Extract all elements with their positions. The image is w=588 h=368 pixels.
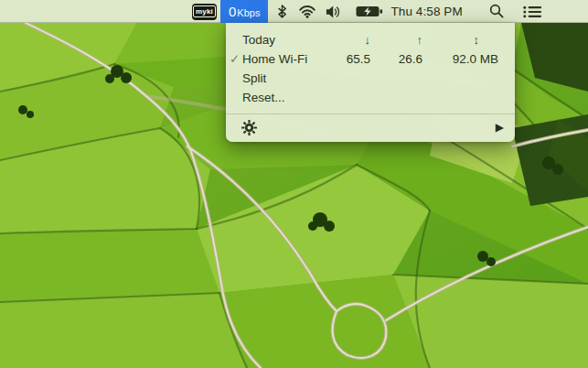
- bandwidth-dropdown-menu: Today ↓ ↑ ↕ ✓ Home Wi-Fi 65.5 26.6 92.0 …: [226, 23, 515, 142]
- battery-charging-icon[interactable]: [356, 0, 383, 23]
- upload-arrow-icon: ↑: [370, 33, 422, 47]
- total-arrow-icon: ↕: [422, 33, 498, 47]
- menu-bar: myki 0Kbps: [0, 0, 588, 23]
- spotlight-search-icon[interactable]: [489, 0, 505, 23]
- menu-bar-status-items: myki 0Kbps: [192, 0, 542, 23]
- total-value: 92.0 MB: [422, 52, 498, 66]
- download-arrow-icon: ↓: [332, 33, 370, 47]
- bandwidth-value: 0: [229, 0, 236, 23]
- menu-divider: [226, 114, 515, 114]
- period-label: Today: [242, 33, 332, 47]
- interface-name: Home Wi-Fi: [242, 52, 332, 66]
- menu-item-label: Split: [242, 71, 332, 85]
- menu-item-split[interactable]: Split: [226, 69, 515, 88]
- menu-item-label: Reset...: [242, 91, 332, 104]
- bandwidth-menu-extra[interactable]: 0Kbps: [220, 0, 268, 23]
- myki-menu-extra[interactable]: myki: [192, 4, 217, 20]
- checkmark-icon: ✓: [230, 49, 240, 69]
- expand-arrow-button[interactable]: ▶: [496, 122, 504, 133]
- download-value: 65.5: [332, 52, 370, 66]
- myki-logo: myki: [193, 5, 216, 17]
- dropdown-footer: ▶: [226, 115, 515, 139]
- notification-center-icon[interactable]: [523, 0, 542, 23]
- upload-value: 26.6: [370, 52, 422, 66]
- bandwidth-unit: Kbps: [237, 7, 260, 18]
- gear-icon[interactable]: [241, 120, 257, 135]
- stats-header-row[interactable]: Today ↓ ↑ ↕: [226, 30, 515, 49]
- menu-bar-clock[interactable]: Thu 4:58 PM: [390, 5, 462, 18]
- menu-item-home-wifi[interactable]: ✓ Home Wi-Fi 65.5 26.6 92.0 MB: [226, 49, 515, 69]
- desktop: myki 0Kbps: [0, 0, 588, 368]
- bluetooth-icon[interactable]: [277, 0, 287, 23]
- menu-item-reset[interactable]: Reset...: [226, 88, 515, 107]
- volume-icon[interactable]: [325, 0, 343, 23]
- wifi-icon[interactable]: [298, 0, 316, 23]
